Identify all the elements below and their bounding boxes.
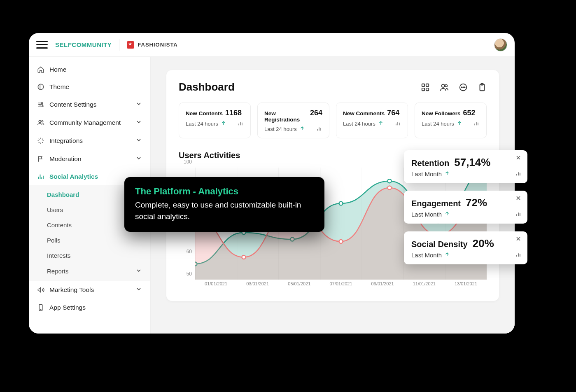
page-title: Dashboard xyxy=(179,81,235,93)
svg-point-24 xyxy=(388,179,392,183)
svg-point-7 xyxy=(40,309,41,310)
sub-item-reports[interactable]: Reports xyxy=(29,263,150,279)
stat-value: 652 xyxy=(463,109,476,117)
close-icon[interactable] xyxy=(515,195,522,203)
sub-label: Dashboard xyxy=(47,191,79,198)
nav-item-content-settings[interactable]: Content Settings xyxy=(29,96,150,114)
chevron-down-icon xyxy=(135,267,142,275)
x-tick: 03/01/2021 xyxy=(237,281,278,291)
x-tick: 09/01/2021 xyxy=(362,281,403,291)
close-icon[interactable] xyxy=(515,154,522,163)
bars-icon xyxy=(515,210,522,219)
y-tick: 50 xyxy=(187,271,192,277)
callout-body: Complete, easy to use and customizable b… xyxy=(135,199,314,222)
home-icon xyxy=(37,66,44,73)
float-label: Engagement xyxy=(411,199,461,208)
x-tick: 05/01/2021 xyxy=(278,281,320,291)
nav-item-community-management[interactable]: Community Management xyxy=(29,114,150,132)
nav-item-moderation[interactable]: Moderation xyxy=(29,150,150,168)
arrow-up-icon xyxy=(444,211,450,218)
nav-label: Marketing Tools xyxy=(49,286,94,294)
logo-secondary: FASHIONISTA xyxy=(127,41,177,49)
sub-label: Contents xyxy=(47,222,72,229)
nav-label: Integrations xyxy=(49,137,83,145)
arrow-up-icon xyxy=(444,170,450,177)
x-axis: 01/01/202103/01/202105/01/202107/01/2021… xyxy=(195,281,487,291)
svg-point-13 xyxy=(445,84,448,87)
chevron-down-icon xyxy=(135,119,142,127)
nav-label: Moderation xyxy=(49,155,82,163)
bars-icon xyxy=(316,125,322,133)
chevron-down-icon xyxy=(135,100,142,109)
nav-label: App Settings xyxy=(49,304,86,311)
nav-label: Social Analytics xyxy=(49,173,98,180)
svg-point-4 xyxy=(39,120,41,122)
bars-icon xyxy=(473,120,480,128)
svg-point-28 xyxy=(242,255,246,259)
x-tick: 11/01/2021 xyxy=(403,281,445,291)
svg-point-30 xyxy=(339,240,343,243)
grid-icon[interactable] xyxy=(421,83,430,92)
sub-label: Reports xyxy=(47,268,69,275)
bars-icon xyxy=(394,120,401,128)
sub-label: Users xyxy=(47,206,63,213)
close-icon[interactable] xyxy=(515,236,522,244)
float-label: Retention xyxy=(411,159,449,168)
clipboard-icon[interactable] xyxy=(478,83,487,92)
svg-point-23 xyxy=(339,202,343,205)
float-period: Last Month xyxy=(411,252,442,259)
svg-point-12 xyxy=(442,84,445,87)
svg-point-1 xyxy=(42,103,43,104)
stat-card[interactable]: New Registrations 264 Last 24 hours xyxy=(257,103,329,138)
nav-item-home[interactable]: Home xyxy=(29,61,150,78)
stat-value: 264 xyxy=(310,109,322,117)
arrow-up-icon xyxy=(299,126,305,133)
svg-point-3 xyxy=(42,105,43,107)
avatar[interactable] xyxy=(494,38,507,51)
divider xyxy=(119,39,119,51)
float-value: 20% xyxy=(473,237,494,250)
stat-period: Last 24 hours xyxy=(264,126,297,132)
bars-icon xyxy=(515,251,522,259)
nav-item-marketing-tools[interactable]: Marketing Tools xyxy=(29,281,150,299)
chevron-down-icon xyxy=(135,155,142,163)
sub-item-polls[interactable]: Polls xyxy=(29,233,150,248)
nav-label: Home xyxy=(49,66,66,73)
settings-icon xyxy=(37,101,44,108)
stat-value: 764 xyxy=(387,109,399,117)
x-tick: 01/01/2021 xyxy=(195,281,237,291)
stat-label: New Followers xyxy=(422,110,461,117)
bars-icon xyxy=(515,170,522,178)
nav-label: Community Management xyxy=(49,119,121,126)
callout-title: The Platform - Analytics xyxy=(135,186,314,197)
arrow-up-icon xyxy=(221,120,226,127)
float-label: Social Density xyxy=(411,240,468,249)
arrow-up-icon xyxy=(444,252,450,259)
stat-card[interactable]: New Comments 764 Last 24 hours xyxy=(336,103,408,138)
stat-card[interactable]: New Contents 1168 Last 24 hours xyxy=(179,103,251,138)
nav-item-theme[interactable]: Theme xyxy=(29,78,150,96)
stat-period: Last 24 hours xyxy=(343,121,375,127)
dashboard-header: Dashboard xyxy=(179,81,487,93)
chevron-down-icon xyxy=(135,286,142,294)
float-card-engagement: Engagement 72% Last Month xyxy=(404,191,527,224)
users-icon[interactable] xyxy=(440,83,449,92)
float-period: Last Month xyxy=(411,170,442,177)
menu-button[interactable] xyxy=(36,39,48,51)
chat-icon[interactable] xyxy=(459,83,468,92)
stat-card[interactable]: New Followers 652 Last 24 hours xyxy=(415,103,487,138)
svg-point-16 xyxy=(463,87,464,88)
sub-label: Interests xyxy=(47,252,71,259)
bag-icon xyxy=(127,41,134,49)
svg-rect-8 xyxy=(422,84,424,86)
nav-label: Content Settings xyxy=(49,101,97,108)
stat-label: New Contents xyxy=(186,110,223,117)
integrations-icon xyxy=(37,137,44,145)
nav-item-integrations[interactable]: Integrations xyxy=(29,132,150,150)
arrow-up-icon xyxy=(378,120,384,127)
nav-item-app-settings[interactable]: App Settings xyxy=(29,299,150,316)
sub-item-interests[interactable]: Interests xyxy=(29,248,150,263)
users-icon xyxy=(37,119,44,126)
stat-label: New Comments xyxy=(343,110,385,117)
stat-period: Last 24 hours xyxy=(186,121,218,127)
